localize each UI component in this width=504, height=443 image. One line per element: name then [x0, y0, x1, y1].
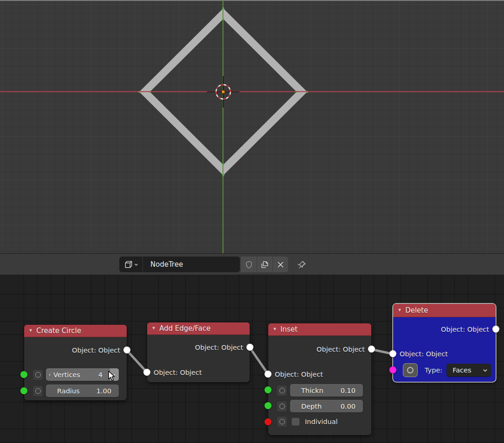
node-create-circle[interactable]: ▼ Create Circle Object: Object ‹ Vertice…	[24, 325, 127, 400]
socket-toggle-button[interactable]	[32, 369, 43, 380]
close-icon	[277, 261, 284, 269]
pin-button[interactable]	[294, 258, 308, 271]
datablock-selector: NodeTree	[119, 257, 240, 272]
node-delete[interactable]: ▼ Delete Object: Object Object: Object T…	[393, 304, 496, 382]
slider-value: 1.00	[97, 387, 119, 395]
thickness-row: Thickn 0.10	[277, 384, 363, 397]
collapse-icon[interactable]: ▼	[152, 327, 155, 330]
dropdown-value: Faces	[446, 366, 483, 374]
thickness-slider[interactable]: Thickn 0.10	[290, 384, 363, 397]
viewport-overlay	[0, 0, 504, 254]
circle-icon	[35, 372, 41, 378]
depth-slider[interactable]: Depth 0.00	[290, 400, 363, 412]
input-socket[interactable]	[389, 350, 396, 357]
node-header[interactable]: ▼ Delete	[393, 304, 496, 317]
individual-checkbox[interactable]	[291, 417, 300, 426]
socket-toggle-button[interactable]	[277, 416, 287, 427]
node-header[interactable]: ▼ Add Edge/Face	[147, 322, 250, 335]
output-row: Object: Object	[317, 344, 365, 354]
3d-cursor	[207, 76, 239, 108]
type-row: Type: Faces	[403, 363, 491, 377]
radius-slider[interactable]: Radius 1.00	[46, 385, 119, 397]
3d-viewport[interactable]	[0, 0, 504, 253]
depth-row: Depth 0.00	[277, 400, 363, 412]
node-header[interactable]: ▼ Create Circle	[24, 325, 127, 337]
node-header[interactable]: ▼ Inset	[268, 323, 371, 336]
type-input-socket[interactable]	[389, 366, 396, 373]
blender-window: NodeTree	[0, 0, 504, 443]
shield-icon	[245, 260, 253, 269]
slider-label: Vertices	[53, 371, 98, 379]
node-editor-header: NodeTree	[0, 253, 504, 275]
decrement-arrow-icon[interactable]: ‹	[46, 371, 53, 378]
circle-icon	[279, 419, 285, 424]
browse-nodetree-button[interactable]	[119, 257, 143, 272]
depth-input-socket[interactable]	[265, 402, 271, 409]
nodetree-name-input[interactable]: NodeTree	[143, 257, 240, 272]
cube-icon	[124, 260, 133, 269]
slider-value: 0.00	[341, 403, 363, 410]
output-label: Object: Object	[195, 344, 243, 351]
input-label: Object: Object	[400, 350, 448, 358]
radius-row: Radius 1.00	[32, 385, 119, 397]
input-socket[interactable]	[143, 369, 150, 376]
increment-arrow-icon[interactable]: ›	[110, 368, 119, 381]
output-label: Object: Object	[317, 346, 365, 353]
output-label: Object: Object	[441, 326, 489, 333]
checkbox-label: Individual	[305, 418, 338, 425]
individual-row: Individual	[277, 416, 338, 427]
collapse-icon[interactable]: ▼	[398, 308, 401, 312]
wire	[250, 347, 268, 374]
node-title: Delete	[405, 306, 428, 315]
vertices-slider[interactable]: ‹ Vertices 4 ›	[46, 368, 119, 381]
circle-icon	[407, 367, 414, 373]
node-add-edge-face[interactable]: ▼ Add Edge/Face Object: Object Object: O…	[147, 322, 250, 382]
input-label: Object: Object	[275, 371, 323, 378]
collapse-icon[interactable]: ▼	[273, 327, 276, 331]
input-row: Object: Object	[275, 369, 323, 379]
slider-value: 4	[98, 371, 110, 379]
slider-label: Radius	[46, 387, 97, 395]
vertices-row: ‹ Vertices 4 ›	[32, 368, 119, 381]
socket-toggle-button[interactable]	[277, 385, 287, 396]
new-copy-button[interactable]	[257, 257, 272, 272]
output-socket[interactable]	[246, 344, 253, 351]
object-origin	[222, 90, 225, 94]
circle-icon	[35, 388, 41, 394]
socket-toggle-button[interactable]	[277, 401, 287, 412]
chevron-down-icon	[134, 263, 138, 267]
node-title: Inset	[280, 325, 297, 334]
input-row: Object: Object	[400, 349, 448, 359]
socket-toggle-button[interactable]	[32, 385, 43, 397]
node-editor[interactable]: ▼ Create Circle Object: Object ‹ Vertice…	[0, 275, 504, 443]
radius-input-socket[interactable]	[20, 387, 27, 394]
type-dropdown[interactable]: Faces	[446, 364, 491, 377]
circle-icon	[279, 388, 285, 393]
fake-user-button[interactable]	[241, 257, 257, 272]
chevron-down-icon	[483, 368, 488, 373]
individual-input-socket[interactable]	[265, 418, 271, 425]
collapse-icon[interactable]: ▼	[29, 329, 32, 333]
output-row: Object: Object	[441, 324, 489, 334]
thickness-input-socket[interactable]	[265, 386, 271, 393]
socket-toggle-button[interactable]	[403, 364, 417, 377]
output-row: Object: Object	[195, 342, 243, 353]
output-row: Object: Object	[72, 345, 120, 355]
node-inset[interactable]: ▼ Inset Object: Object Object: Object Th…	[268, 323, 371, 435]
circle-icon	[279, 404, 285, 409]
output-socket[interactable]	[123, 347, 130, 353]
output-label: Object: Object	[72, 347, 120, 354]
type-label: Type:	[425, 366, 442, 374]
slider-label: Depth	[290, 403, 341, 410]
copy-icon	[260, 260, 269, 269]
pin-icon	[296, 260, 306, 270]
node-title: Add Edge/Face	[159, 324, 211, 333]
output-socket[interactable]	[368, 346, 375, 353]
unlink-button[interactable]	[272, 257, 288, 272]
slider-value: 0.10	[341, 387, 363, 394]
output-socket[interactable]	[492, 326, 499, 333]
vertices-input-socket[interactable]	[20, 371, 27, 378]
input-label: Object: Object	[154, 369, 202, 376]
wire	[127, 350, 147, 372]
input-socket[interactable]	[265, 371, 271, 378]
